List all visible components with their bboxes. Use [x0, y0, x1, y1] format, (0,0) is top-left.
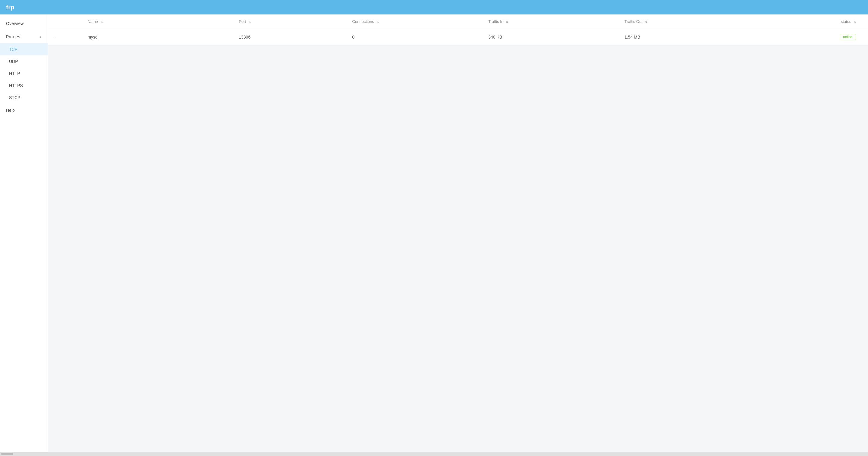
sort-traffic-in-icon: ⇅: [506, 20, 508, 24]
sidebar-item-stcp[interactable]: STCP: [0, 92, 48, 104]
row-traffic-in-cell: 340 KB: [482, 29, 618, 45]
main-layout: Overview Proxies ▲ TCP UDP HTTP HTTPS ST…: [0, 14, 868, 452]
sidebar-item-http-label: HTTP: [9, 71, 20, 76]
app-title: frp: [6, 4, 14, 11]
row-name-cell: mysql: [82, 29, 233, 45]
sidebar-item-udp-label: UDP: [9, 59, 18, 64]
sidebar-item-tcp[interactable]: TCP: [0, 43, 48, 56]
table-body: › mysql 13306 0 340 KB: [48, 29, 868, 45]
row-status-cell: online: [755, 29, 868, 45]
sidebar-item-udp[interactable]: UDP: [0, 56, 48, 67]
sidebar-item-overview[interactable]: Overview: [0, 17, 48, 30]
table-row: › mysql 13306 0 340 KB: [48, 29, 868, 45]
row-traffic-out-cell: 1.54 MB: [618, 29, 755, 45]
sidebar-item-http[interactable]: HTTP: [0, 67, 48, 79]
app-header: frp: [0, 0, 868, 14]
sort-port-icon: ⇅: [248, 20, 251, 24]
sort-status-icon: ⇅: [854, 20, 856, 24]
row-connections-cell: 0: [346, 29, 483, 45]
th-traffic-in[interactable]: Traffic In ⇅: [482, 14, 618, 29]
th-connections[interactable]: Connections ⇅: [346, 14, 483, 29]
th-expand: [48, 14, 82, 29]
main-content: Name ⇅ Port ⇅ Connections ⇅ Traffic In: [48, 14, 868, 452]
sidebar-item-help-label: Help: [6, 108, 15, 112]
sidebar-item-https-label: HTTPS: [9, 83, 23, 88]
chevron-up-icon: ▲: [39, 35, 42, 38]
bottom-scrollbar[interactable]: [0, 452, 868, 456]
th-name[interactable]: Name ⇅: [82, 14, 233, 29]
expand-row-icon[interactable]: ›: [54, 35, 56, 39]
sidebar-item-stcp-label: STCP: [9, 95, 20, 100]
table-header: Name ⇅ Port ⇅ Connections ⇅ Traffic In: [48, 14, 868, 29]
sort-traffic-out-icon: ⇅: [645, 20, 647, 24]
proxies-table-container: Name ⇅ Port ⇅ Connections ⇅ Traffic In: [48, 14, 868, 45]
sidebar-item-help[interactable]: Help: [0, 104, 48, 117]
proxies-table: Name ⇅ Port ⇅ Connections ⇅ Traffic In: [48, 14, 868, 45]
sidebar: Overview Proxies ▲ TCP UDP HTTP HTTPS ST…: [0, 14, 48, 452]
scrollbar-thumb[interactable]: [1, 453, 13, 455]
sort-connections-icon: ⇅: [376, 20, 379, 24]
sidebar-item-overview-label: Overview: [6, 21, 24, 26]
th-status[interactable]: status ⇅: [755, 14, 868, 29]
sidebar-item-proxies[interactable]: Proxies ▲: [0, 30, 48, 43]
sidebar-item-https[interactable]: HTTPS: [0, 79, 48, 92]
sidebar-item-tcp-label: TCP: [9, 47, 18, 52]
row-port-cell: 13306: [233, 29, 346, 45]
status-badge: online: [840, 34, 856, 40]
th-port[interactable]: Port ⇅: [233, 14, 346, 29]
sort-name-icon: ⇅: [100, 20, 103, 24]
row-expand-cell[interactable]: ›: [48, 29, 82, 45]
th-traffic-out[interactable]: Traffic Out ⇅: [618, 14, 755, 29]
sidebar-item-proxies-label: Proxies: [6, 34, 20, 39]
